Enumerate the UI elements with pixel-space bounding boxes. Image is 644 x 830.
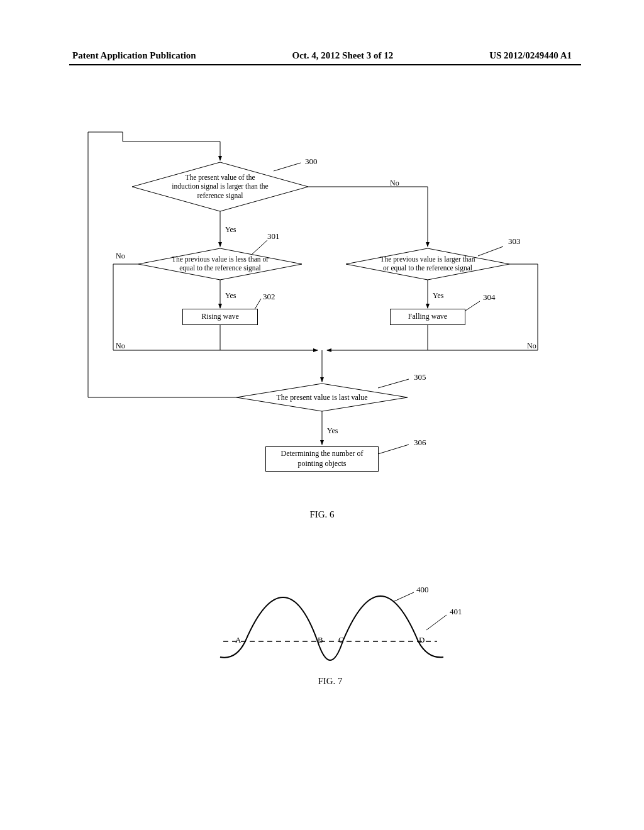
- fig7-ref-400: 400: [416, 585, 429, 595]
- fig7-ref-401: 401: [450, 607, 462, 617]
- no-303: No: [527, 341, 536, 351]
- flowchart-svg: [0, 0, 644, 830]
- fig7-label-A: A: [235, 635, 241, 645]
- ref-305: 305: [414, 372, 426, 382]
- fig7-waveform: [220, 592, 447, 660]
- yes-300: Yes: [225, 225, 236, 235]
- yes-303: Yes: [433, 291, 443, 301]
- fig7-label-C: C: [338, 635, 344, 645]
- no-301-bottom: No: [116, 341, 125, 351]
- decision-305-text: The present value is last value: [277, 393, 368, 402]
- svg-line-34: [393, 592, 414, 602]
- decision-300-text: The present value of the induction signa…: [172, 173, 268, 200]
- ref-303: 303: [508, 236, 521, 246]
- fig7-label-D: D: [419, 635, 425, 645]
- process-304-label: Falling wave: [408, 312, 447, 322]
- ref-302: 302: [263, 292, 275, 302]
- fig7-label-B: B: [318, 635, 323, 645]
- process-306-label: Determining the number of pointing objec…: [281, 449, 364, 468]
- process-302-rising-wave: Rising wave: [182, 309, 258, 325]
- svg-line-4: [274, 163, 301, 171]
- ref-304: 304: [483, 292, 496, 302]
- decision-303-text: The previous value is larger than or equ…: [380, 255, 475, 273]
- fig6-caption: FIG. 6: [309, 509, 334, 520]
- svg-line-35: [426, 615, 447, 630]
- process-306-determining: Determining the number of pointing objec…: [265, 446, 379, 472]
- process-302-label: Rising wave: [201, 312, 239, 322]
- decision-301-text: The previous value is less than or equal…: [172, 255, 269, 273]
- yes-305: Yes: [327, 426, 338, 436]
- ref-301: 301: [267, 231, 280, 241]
- ref-300: 300: [305, 157, 318, 167]
- no-300: No: [390, 179, 399, 188]
- svg-line-26: [378, 379, 409, 388]
- fig7-caption: FIG. 7: [318, 676, 342, 687]
- no-301: No: [116, 252, 125, 261]
- ref-306: 306: [414, 438, 426, 448]
- svg-line-10: [252, 240, 267, 255]
- process-304-falling-wave: Falling wave: [390, 309, 465, 325]
- yes-301: Yes: [225, 291, 236, 301]
- svg-line-8: [478, 246, 503, 256]
- svg-line-32: [378, 445, 409, 454]
